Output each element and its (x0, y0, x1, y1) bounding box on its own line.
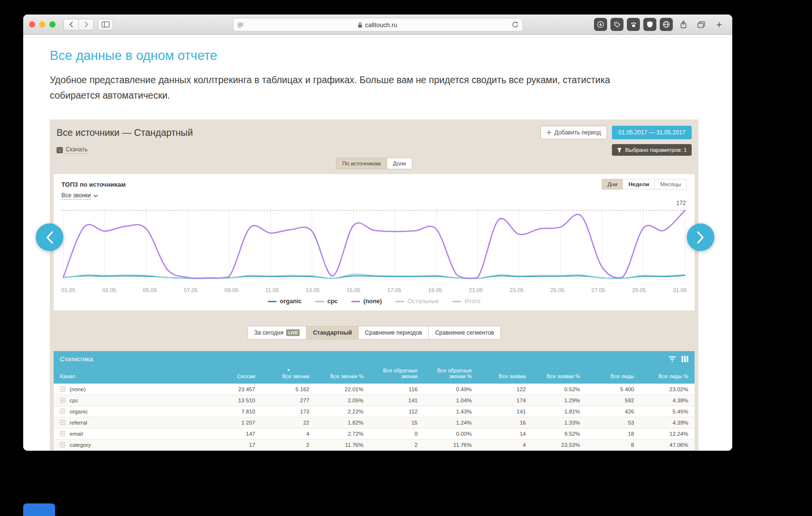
new-tab-button[interactable] (712, 18, 726, 31)
extension-tag-icon[interactable] (610, 18, 624, 31)
date-range-button[interactable]: 01.05.2017 — 31.05.2017 (612, 126, 692, 139)
chart-card: ТОП3 по источникам ДниНеделиМесяцы Все з… (54, 174, 695, 310)
expand-icon[interactable] (60, 420, 65, 425)
shield-icon[interactable] (643, 18, 656, 31)
mode-tab[interactable]: Стандартный (306, 326, 359, 339)
table-row[interactable]: organic7 8101732.22%1121.43%1411.81%4265… (54, 406, 695, 417)
filter-icon[interactable] (669, 356, 676, 362)
channel-name: (none) (70, 386, 86, 392)
column-header[interactable]: Все заявки % (532, 367, 586, 384)
expand-icon[interactable] (60, 398, 65, 403)
mode-tab[interactable]: Сравнение сегментов (428, 326, 501, 339)
legend-item[interactable]: organic (268, 298, 302, 305)
cell-value: 7 810 (207, 406, 261, 417)
table-row[interactable]: referral1 207221.82%151.24%161.33%534.39… (54, 417, 695, 428)
add-period-button[interactable]: Добавить период (540, 126, 607, 139)
column-header[interactable]: Все лиды (586, 367, 640, 384)
x-axis-label: 19.05 (428, 287, 442, 293)
x-axis-label: 03.05 (102, 287, 116, 293)
metric-selector[interactable]: Все звонки (61, 192, 687, 200)
cell-value: 173 (261, 406, 316, 417)
column-header[interactable]: ▼Все звонки (261, 367, 316, 384)
downloads-icon[interactable] (594, 18, 607, 31)
share-icon (680, 20, 687, 29)
cell-value: 13 510 (207, 395, 261, 406)
funnel-icon (617, 147, 622, 153)
view-toggle-tab[interactable]: По источникам (336, 158, 387, 169)
period-tab[interactable]: Месяцы (654, 179, 687, 190)
paw-icon[interactable] (627, 18, 640, 31)
x-axis-label: 25.05 (551, 287, 565, 293)
cell-value: 1.04% (424, 395, 478, 406)
column-header[interactable]: Все обратные звонки (370, 367, 424, 384)
legend-item[interactable]: cpc (315, 298, 338, 305)
sidebar-toggle-button[interactable] (98, 19, 113, 30)
cell-value: 277 (261, 395, 316, 406)
x-axis-label: 07.05 (184, 287, 198, 293)
cell-value: 1 207 (207, 417, 261, 428)
column-header[interactable]: Все заявки (478, 367, 532, 384)
statistics-header: Статистика (54, 351, 695, 367)
expand-icon[interactable] (60, 409, 65, 414)
expand-icon[interactable] (60, 386, 65, 392)
minimize-window-button[interactable] (39, 21, 45, 28)
cell-channel: category (54, 440, 207, 451)
channel-name: email (70, 431, 83, 437)
globe-icon[interactable] (660, 18, 673, 31)
expand-icon[interactable] (60, 442, 65, 447)
download-file-icon: ↓ (57, 147, 63, 153)
cell-value: 141 (370, 395, 424, 406)
carousel-prev-button[interactable] (36, 223, 63, 251)
table-row[interactable]: email14742.72%00.00%149.52%1812.24% (54, 428, 695, 440)
refresh-icon[interactable] (512, 21, 519, 28)
column-header[interactable]: Канал (54, 367, 207, 384)
cell-value: 23.02% (640, 384, 695, 395)
period-tab[interactable]: Недели (623, 179, 655, 190)
cell-value: 2.22% (316, 406, 370, 417)
zoom-window-button[interactable] (49, 21, 56, 28)
tabs-overview-button[interactable] (694, 18, 709, 31)
tabs-icon (697, 21, 705, 28)
legend-item[interactable]: Остальные (395, 298, 439, 305)
carousel-next-button[interactable] (687, 223, 714, 251)
x-axis-label: 29.05 (632, 287, 646, 293)
address-bar[interactable]: calltouch.ru (233, 18, 523, 31)
close-window-button[interactable] (29, 21, 35, 28)
reader-icon[interactable] (237, 22, 244, 28)
cell-channel: organic (54, 406, 207, 417)
column-header-label: Все звонки % (330, 373, 363, 379)
table-row[interactable]: (none)23 4575 16222.01%1160.49%1220.52%5… (54, 384, 695, 395)
column-header[interactable]: Все обратные звонки % (424, 367, 478, 384)
selected-params-button[interactable]: Выбрано параметров: 1 (612, 144, 692, 156)
x-axis-label: 13.05 (306, 287, 320, 293)
page-title: Все данные в одном отчете (50, 48, 706, 63)
legend-item[interactable]: (none) (351, 298, 382, 305)
period-tab[interactable]: Дни (602, 179, 624, 190)
column-header[interactable]: Сессии (207, 367, 261, 384)
expand-icon[interactable] (60, 431, 65, 436)
table-row[interactable]: cpc13 5102772.05%1411.04%1741.29%5924.38… (54, 395, 695, 406)
plus-icon (547, 130, 551, 135)
cell-channel: (none) (54, 384, 207, 395)
cell-value: 14 (478, 428, 532, 440)
forward-button[interactable] (78, 19, 94, 30)
back-button[interactable] (63, 19, 79, 30)
download-link[interactable]: ↓ Скачать (57, 146, 87, 154)
view-toggle-tab[interactable]: Доли (387, 158, 412, 169)
channel-name: organic (70, 409, 88, 414)
mode-tab[interactable]: Сравнение периодов (358, 326, 429, 339)
columns-icon[interactable] (682, 356, 688, 362)
column-header[interactable]: Все звонки % (316, 367, 370, 384)
report-title: Все источники — Стандартный (57, 127, 193, 138)
share-button[interactable] (676, 18, 691, 31)
table-row[interactable]: category17211.76%211.76%423.53%847.06% (54, 440, 695, 451)
mode-tab-label: Сравнение периодов (365, 329, 422, 336)
cell-channel: email (54, 428, 207, 440)
cell-value: 1.24% (424, 417, 478, 428)
report-header: Все источники — Стандартный Добавить пер… (50, 119, 698, 143)
legend-label: Остальные (407, 298, 439, 305)
mode-tab[interactable]: За сегодняLIVE (247, 326, 307, 339)
chart-title: ТОП3 по источникам (61, 181, 126, 188)
legend-item[interactable]: Итого (452, 298, 480, 305)
column-header[interactable]: Все лиды % (640, 367, 695, 384)
